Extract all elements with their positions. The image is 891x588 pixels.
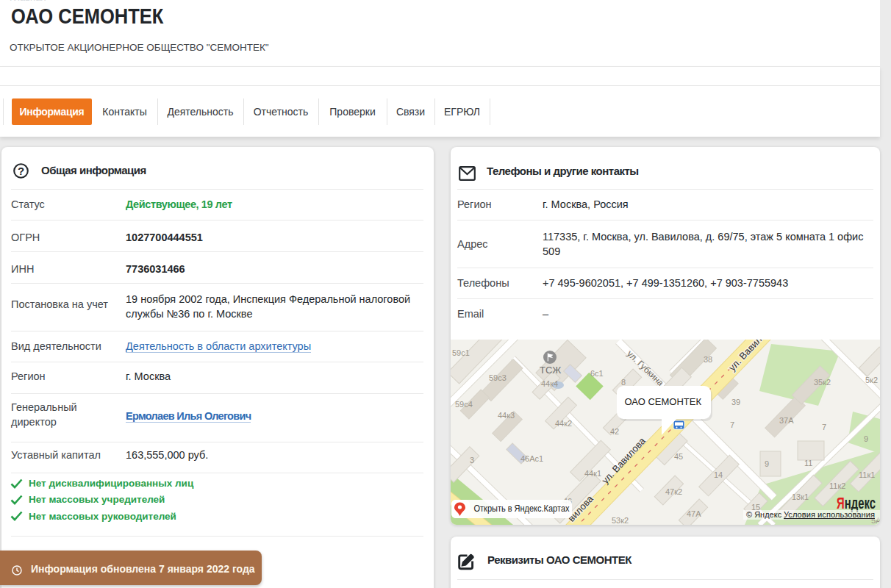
- svg-text:7: 7: [822, 423, 826, 431]
- svg-text:38: 38: [704, 355, 712, 364]
- svg-text:59с3: 59с3: [489, 373, 507, 382]
- svg-text:45: 45: [674, 452, 683, 461]
- svg-text:53к2: 53к2: [612, 516, 629, 525]
- svg-text:14: 14: [714, 470, 723, 479]
- svg-text:44к1: 44к1: [584, 469, 601, 478]
- svg-text:9: 9: [864, 434, 868, 443]
- svg-text:59с4: 59с4: [455, 400, 473, 409]
- svg-text:Условия использования: Условия использования: [784, 510, 875, 519]
- svg-text:11к1: 11к1: [859, 470, 875, 479]
- svg-text:Яндекс: Яндекс: [837, 494, 876, 512]
- svg-text:39: 39: [731, 398, 740, 406]
- svg-text:44к3: 44к3: [498, 411, 515, 420]
- svg-text:9: 9: [765, 459, 769, 468]
- svg-text:35к2: 35к2: [814, 378, 831, 387]
- svg-text:5к2: 5к2: [865, 376, 878, 384]
- svg-text:46Ас1: 46Ас1: [520, 454, 543, 463]
- svg-text:© Яндекс: © Яндекс: [746, 510, 782, 519]
- svg-text:59с1: 59с1: [452, 348, 470, 357]
- svg-text:Открыть в Яндекс.Картах: Открыть в Яндекс.Картах: [474, 503, 570, 514]
- svg-text:?: ?: [18, 165, 24, 177]
- svg-text:11: 11: [804, 459, 812, 467]
- svg-text:13к1: 13к1: [792, 492, 809, 501]
- svg-text:8: 8: [621, 378, 626, 387]
- svg-text:ОАО СЕМОНТЕК: ОАО СЕМОНТЕК: [625, 396, 702, 407]
- svg-text:ТСЖ: ТСЖ: [540, 365, 561, 376]
- svg-text:3: 3: [470, 456, 474, 465]
- svg-text:47к2: 47к2: [665, 487, 682, 496]
- svg-text:7: 7: [730, 420, 734, 429]
- svg-text:11к2: 11к2: [829, 481, 845, 490]
- svg-text:42: 42: [610, 427, 619, 436]
- svg-text:6с1: 6с1: [590, 369, 604, 378]
- svg-text:37А: 37А: [779, 416, 794, 425]
- svg-text:44к2: 44к2: [555, 419, 572, 428]
- svg-text:47А: 47А: [687, 509, 701, 518]
- svg-text:44к4: 44к4: [541, 379, 558, 388]
